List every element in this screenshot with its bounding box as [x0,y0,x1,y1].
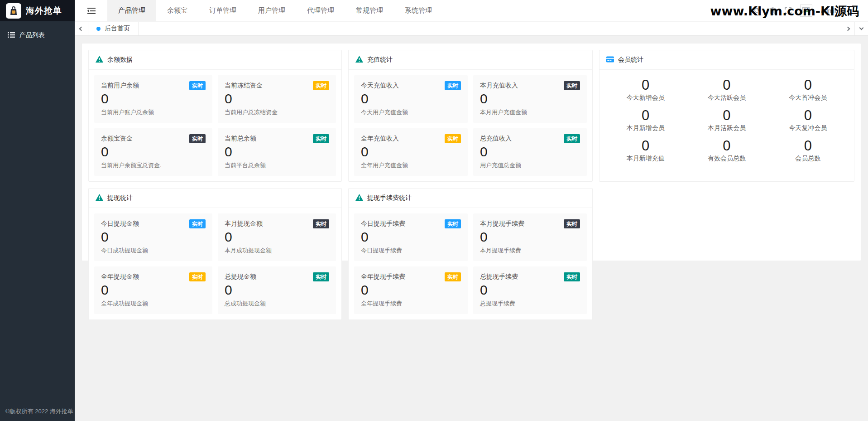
stat-value: 0 [361,143,461,160]
realtime-badge: 实时 [564,81,580,90]
stat-box-year-withdraw-fee: 全年提现手续费 实时 0 全年提现手续费 [354,266,468,314]
realtime-badge: 实时 [445,272,461,281]
card-balance-data: 余额数据 当前用户余额 实时 0 当前用户账户总余额 [88,50,342,182]
nav-tab-users[interactable]: 用户管理 [247,0,296,21]
stat-sub: 当前用户余额宝总资金. [101,161,206,169]
member-stat-new-recharge-month: 0 本月新增充值 [605,138,686,163]
stat-label: 总充值收入 [480,135,512,143]
realtime-badge: 实时 [445,134,461,143]
top-header: 产品管理 余额宝 订单管理 用户管理 代理管理 常规管理 系统管理 ⟳ [75,0,868,21]
stat-value: 0 [480,281,580,299]
card-title: 充值统计 [367,56,393,64]
stat-value: 0 [225,281,329,299]
kebab-menu-icon[interactable]: ⋮ [853,6,861,15]
stat-box-total-balance: 当前总余额 实时 0 当前平台总余额 [218,128,336,176]
stat-box-total-withdraw-fee: 总提现手续费 实时 0 总提现手续费 [473,266,587,314]
card-title: 会员统计 [618,56,643,64]
stat-sub: 总提现手续费 [480,300,580,308]
member-stat-valid-total: 0 有效会员总数 [686,138,767,163]
tab-home[interactable]: 后台首页 [88,22,139,35]
stat-sub: 总成功提现金额 [225,300,329,308]
warning-triangle-icon [96,194,103,202]
app-title: 海外抢单 [26,5,62,17]
realtime-badge: 实时 [313,134,329,143]
stat-sub: 当前用户总冻结资金 [225,108,329,116]
tab-bar: 后台首页 [75,21,868,36]
stat-value: 0 [361,90,461,107]
stat-label: 总提现金额 [225,273,256,281]
avatar-broken-image-icon[interactable] [800,5,812,17]
refresh-icon[interactable]: ⟳ [754,6,761,15]
member-label: 今天复冲会员 [767,124,849,132]
member-label: 今天新增会员 [605,94,686,102]
sidebar-item-product-list[interactable]: 产品列表 [0,26,75,45]
stat-box-frozen-funds: 当前冻结资金 实时 0 当前用户总冻结资金 [218,75,336,123]
stat-value: 0 [480,228,580,246]
stat-sub: 本月提现手续费 [480,247,580,255]
warning-triangle-icon [96,56,103,64]
card-member-stats: 会员统计 0 今天新增会员 0 今天活跃会员 [599,50,854,182]
user-menu[interactable]: admin [821,7,844,15]
member-stat-new-today: 0 今天新增会员 [605,77,686,102]
realtime-badge: 实时 [313,219,329,228]
stat-label: 本月提现手续费 [480,220,524,228]
stat-value: 0 [101,90,206,107]
nav-tab-general[interactable]: 常规管理 [345,0,394,21]
fullscreen-icon[interactable] [785,7,791,14]
stat-label: 今天充值收入 [361,82,399,90]
member-stat-first-recharge-today: 0 今天首冲会员 [767,77,849,102]
nav-tab-orders[interactable]: 订单管理 [198,0,247,21]
card-withdraw-stats: 提现统计 今日提现金额 实时 0 今日成功提现金额 [88,188,342,320]
sidebar-menu: 产品列表 [0,21,75,45]
admin-dashboard: 海外抢单 产品列表 ©版权所有 2022 海外抢单 [0,0,868,421]
shopping-bag-logo-icon [6,3,21,19]
tab-scroll-left-icon[interactable] [75,22,88,35]
warning-triangle-icon [355,56,363,64]
member-label: 今天活跃会员 [686,94,767,102]
nav-tab-agents[interactable]: 代理管理 [296,0,345,21]
list-icon [8,32,15,39]
stat-value: 0 [480,90,580,107]
tab-home-label: 后台首页 [105,24,130,33]
member-card-icon [606,56,614,64]
member-label: 本月新增充值 [605,155,686,163]
stat-label: 今日提现手续费 [361,220,405,228]
stat-value: 0 [361,228,461,246]
app-logo-area[interactable]: 海外抢单 [0,0,75,21]
member-stat-repeat-recharge-today: 0 今天复冲会员 [767,107,849,132]
collapse-menu-icon[interactable] [75,0,107,21]
stat-box-total-recharge: 总充值收入 实时 0 用户充值总金额 [473,128,587,176]
nav-tab-yuebao[interactable]: 余额宝 [156,0,198,21]
stat-label: 全年提现金额 [101,273,139,281]
stat-box-current-user-balance: 当前用户余额 实时 0 当前用户账户总余额 [94,75,212,123]
sidebar: 海外抢单 产品列表 ©版权所有 2022 海外抢单 [0,0,75,421]
warning-triangle-icon [355,194,363,202]
stat-value: 0 [101,281,206,299]
member-stat-active-today: 0 今天活跃会员 [686,77,767,102]
stat-value: 0 [225,90,329,107]
stat-label: 本月充值收入 [480,82,518,90]
member-label: 会员总数 [767,155,849,163]
tab-active-dot [96,27,101,31]
member-value: 0 [686,77,767,93]
username: admin [821,7,838,15]
stat-label: 总提现手续费 [480,273,518,281]
member-value: 0 [767,107,849,124]
card-title: 余额数据 [107,56,133,64]
tab-dropdown-icon[interactable] [854,22,868,35]
stat-box-year-withdraw: 全年提现金额 实时 0 全年成功提现金额 [94,266,212,314]
realtime-badge: 实时 [189,272,206,281]
card-recharge-stats: 充值统计 今天充值收入 实时 0 今天用户充值金额 [348,50,593,182]
stat-box-yuebao-funds: 余额宝资金 实时 0 当前用户余额宝总资金. [94,128,212,176]
stat-label: 本月提现金额 [225,220,263,228]
realtime-badge: 实时 [189,134,206,143]
nav-tab-product[interactable]: 产品管理 [107,0,156,21]
stat-value: 0 [480,143,580,160]
tab-spacer [139,22,841,35]
nav-tab-system[interactable]: 系统管理 [394,0,443,21]
member-value: 0 [686,138,767,154]
trash-icon[interactable] [769,7,776,15]
tab-scroll-right-icon[interactable] [841,22,854,35]
main-content: 余额数据 当前用户余额 实时 0 当前用户账户总余额 [75,36,868,421]
sidebar-item-label: 产品列表 [19,31,45,39]
